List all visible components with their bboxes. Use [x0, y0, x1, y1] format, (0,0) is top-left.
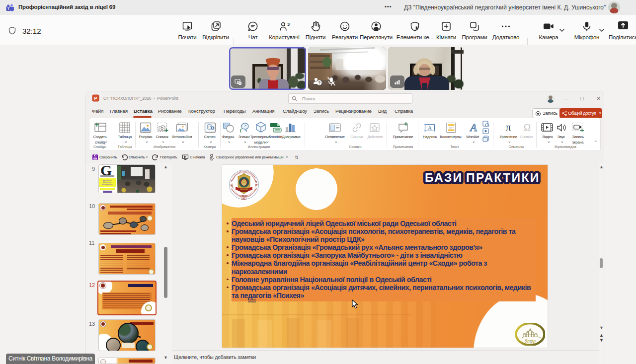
svg-text:Ω: Ω: [524, 122, 531, 133]
svg-text:бтрр: бтрр: [525, 338, 536, 344]
svg-text:3: 3: [287, 22, 290, 27]
svg-text:?: ?: [318, 80, 320, 85]
svg-text:π: π: [506, 122, 511, 133]
svg-text:A: A: [469, 121, 477, 134]
svg-text:1817: 1817: [241, 197, 246, 200]
svg-text:T: T: [7, 6, 10, 11]
svg-text:P: P: [208, 125, 211, 129]
svg-text:А: А: [428, 125, 432, 131]
svg-text:P: P: [94, 96, 97, 101]
